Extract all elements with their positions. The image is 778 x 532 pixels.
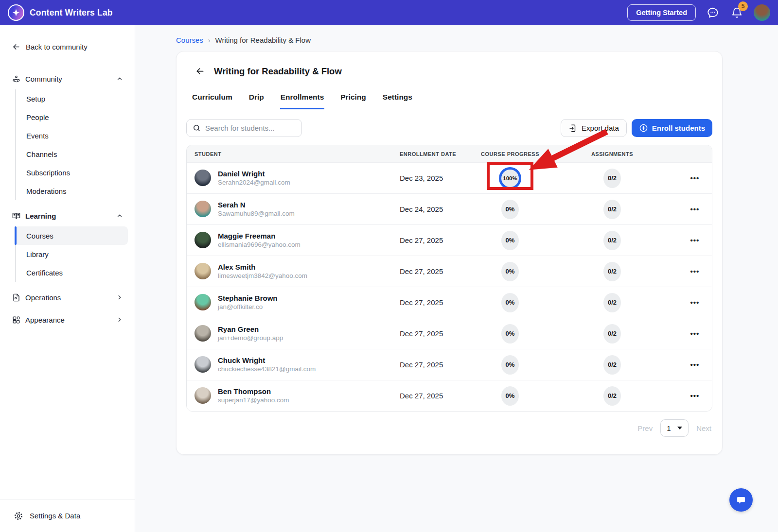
assignments-badge: 0/2 [603, 262, 621, 281]
appearance-layout-icon [12, 315, 21, 325]
table-row[interactable]: Stephanie Brown jan@offkilter.co Dec 27,… [187, 287, 712, 318]
tab-pricing[interactable]: Pricing [340, 93, 367, 109]
progress-badge: 0% [501, 262, 519, 281]
student-cell: Alex Smith limesweetjm3842@yahoo.com [187, 262, 391, 280]
breadcrumb-courses-link[interactable]: Courses [176, 36, 203, 44]
messages-button[interactable] [706, 5, 720, 20]
assignments-badge: 0/2 [603, 386, 621, 406]
progress-badge: 0% [501, 355, 519, 375]
user-avatar[interactable] [754, 4, 770, 21]
student-search [186, 119, 302, 137]
student-name: Alex Smith [218, 262, 307, 272]
enrollment-date: Dec 27, 2025 [391, 267, 474, 275]
getting-started-button[interactable]: Getting Started [627, 4, 696, 21]
app-logo[interactable] [8, 4, 24, 21]
row-menu-button[interactable]: ••• [690, 298, 700, 307]
avatar [194, 263, 211, 279]
student-cell: Stephanie Brown jan@offkilter.co [187, 293, 391, 311]
student-name: Daniel Wright [218, 169, 290, 179]
breadcrumb: Courses › Writing for Readability & Flow [176, 36, 778, 44]
enrollment-date: Dec 27, 2025 [391, 329, 474, 338]
sparkle-star-icon [12, 8, 20, 17]
row-menu-button[interactable]: ••• [690, 236, 700, 244]
chevron-right-icon [116, 316, 123, 323]
table-row[interactable]: Chuck Wright chuckiechesse43821@gmail.co… [187, 349, 712, 380]
row-menu-button[interactable]: ••• [690, 205, 700, 213]
export-data-button[interactable]: Export data [561, 119, 627, 137]
table-row[interactable]: Daniel Wright Serahn2024@gmail.com Dec 2… [187, 162, 712, 193]
community-sublist: SetupPeopleEventsChannelsSubscriptionsMo… [0, 88, 135, 203]
enrollments-table: STUDENT ENROLLMENT DATE COURSE PROGRESS … [186, 145, 712, 412]
gear-icon [14, 511, 23, 521]
enroll-students-button[interactable]: Enroll students [632, 119, 712, 137]
sidebar-section-learning[interactable]: Learning [0, 206, 135, 225]
appearance-label: Appearance [25, 316, 65, 324]
assignments-badge: 0/2 [603, 169, 621, 188]
sidebar-section-appearance[interactable]: Appearance [0, 310, 135, 329]
progress-ring: 100% [499, 167, 521, 189]
table-body: Daniel Wright Serahn2024@gmail.com Dec 2… [187, 162, 712, 411]
export-data-label: Export data [582, 124, 619, 132]
tab-settings[interactable]: Settings [382, 93, 413, 109]
row-menu-button[interactable]: ••• [690, 174, 700, 182]
back-to-community-label: Back to community [26, 43, 88, 51]
back-to-community-link[interactable]: Back to community [0, 39, 135, 54]
student-email: limesweetjm3842@yahoo.com [218, 272, 307, 280]
sidebar-section-community[interactable]: Community [0, 69, 135, 88]
student-email: Serahn2024@gmail.com [218, 178, 290, 187]
learning-sublist: CoursesLibraryCertificates [0, 225, 135, 285]
row-menu-button[interactable]: ••• [690, 360, 700, 369]
row-menu-button[interactable]: ••• [690, 267, 700, 275]
avatar [194, 201, 211, 217]
assignments-badge: 0/2 [603, 293, 621, 312]
sidebar-item-certificates[interactable]: Certificates [0, 263, 135, 282]
tab-curriculum[interactable]: Curriculum [192, 93, 233, 109]
row-menu-button[interactable]: ••• [690, 329, 700, 338]
main-content: Courses › Writing for Readability & Flow… [135, 25, 778, 532]
table-row[interactable]: Ryan Green jan+demo@group.app Dec 27, 20… [187, 318, 712, 349]
chevron-right-icon [116, 294, 123, 301]
caret-down-icon [677, 427, 682, 429]
progress-cell: 0% [474, 355, 547, 375]
notifications-button[interactable]: 5 [730, 6, 744, 20]
sidebar-item-moderations[interactable]: Moderations [0, 182, 135, 200]
student-email: Sawamuhu89@gmail.com [218, 209, 295, 218]
sidebar-item-courses[interactable]: Courses [15, 226, 128, 245]
sidebar-item-subscriptions[interactable]: Subscriptions [0, 163, 135, 182]
table-row[interactable]: Serah N Sawamuhu89@gmail.com Dec 24, 202… [187, 193, 712, 224]
table-row[interactable]: Ben Thompson superjan17@yahoo.com Dec 27… [187, 380, 712, 411]
table-row[interactable]: Maggie Freeman ellismania9696@yahoo.com … [187, 224, 712, 256]
sidebar-item-library[interactable]: Library [0, 245, 135, 263]
assignments-badge: 0/2 [603, 355, 621, 375]
student-email: chuckiechesse43821@gmail.com [218, 365, 316, 374]
student-cell: Chuck Wright chuckiechesse43821@gmail.co… [187, 356, 391, 374]
progress-cell: 0% [474, 386, 547, 406]
next-page-button[interactable]: Next [696, 424, 711, 432]
tab-enrollments[interactable]: Enrollments [280, 93, 325, 109]
sidebar-item-channels[interactable]: Channels [0, 145, 135, 163]
sidebar-section-operations[interactable]: Operations [0, 288, 135, 307]
table-row[interactable]: Alex Smith limesweetjm3842@yahoo.com Dec… [187, 256, 712, 287]
page-select[interactable]: 1 [660, 419, 689, 437]
row-menu-button[interactable]: ••• [690, 392, 700, 400]
settings-data-link[interactable]: Settings & Data [0, 499, 135, 532]
enrollment-date: Dec 27, 2025 [391, 298, 474, 307]
student-email: superjan17@yahoo.com [218, 396, 289, 405]
enrollment-date: Dec 24, 2025 [391, 205, 474, 213]
progress-cell: 0% [474, 324, 547, 343]
avatar [194, 294, 211, 310]
prev-page-button[interactable]: Prev [637, 424, 653, 432]
tab-drip[interactable]: Drip [248, 93, 265, 109]
student-cell: Ryan Green jan+demo@group.app [187, 325, 391, 343]
sidebar-item-setup[interactable]: Setup [0, 89, 135, 108]
tabs: CurriculumDripEnrollmentsPricingSettings [186, 93, 712, 109]
pagination: Prev 1 Next [186, 419, 712, 437]
progress-cell: 0% [474, 293, 547, 312]
sidebar-item-people[interactable]: People [0, 108, 135, 126]
course-back-button[interactable] [194, 65, 206, 77]
chat-widget-button[interactable] [729, 488, 753, 512]
search-input[interactable] [205, 124, 296, 132]
student-name: Chuck Wright [218, 356, 316, 365]
student-email: jan+demo@group.app [218, 334, 283, 343]
sidebar-item-events[interactable]: Events [0, 126, 135, 145]
